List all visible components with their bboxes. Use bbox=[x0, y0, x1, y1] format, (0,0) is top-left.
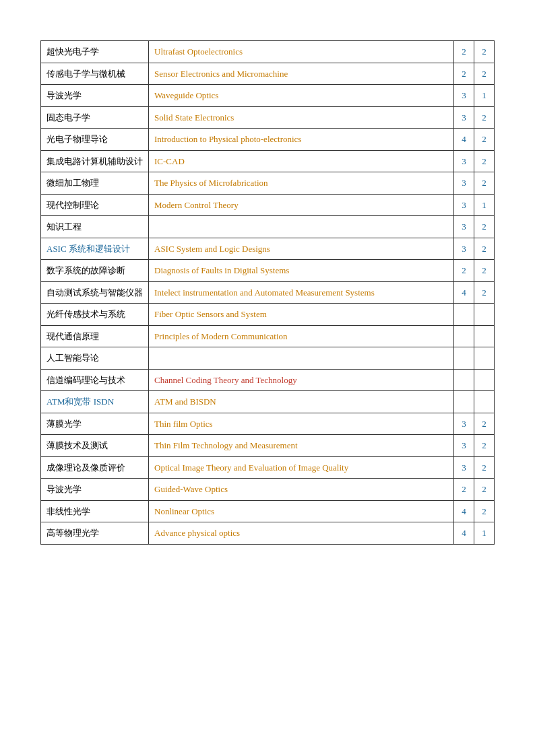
course-cn-name: 微细加工物理 bbox=[41, 172, 149, 195]
course-cn-name: 光纤传感技术与系统 bbox=[41, 304, 149, 326]
course-en-name: Advance physical optics bbox=[149, 522, 454, 545]
course-credit: 3 bbox=[454, 413, 474, 435]
course-period: 2 bbox=[474, 238, 495, 260]
course-en-name: Ultrafast Optoelectronics bbox=[149, 41, 454, 63]
course-en-name: Guided-Wave Optics bbox=[149, 479, 454, 501]
course-en-name: ATM and BISDN bbox=[149, 391, 454, 413]
course-period: 1 bbox=[474, 522, 495, 545]
course-period: 2 bbox=[474, 456, 495, 479]
course-period bbox=[474, 304, 495, 326]
table-row: 知识工程32 bbox=[41, 216, 495, 238]
course-en-name: The Physics of Microfabrication bbox=[149, 172, 454, 195]
course-en-name: Waveguide Optics bbox=[149, 85, 454, 107]
table-row: 导波光学Waveguide Optics31 bbox=[41, 85, 495, 107]
table-row: 薄膜技术及测试Thin Film Technology and Measurem… bbox=[41, 435, 495, 457]
course-cn-name: ATM和宽带 ISDN bbox=[41, 391, 149, 413]
course-en-name: ASIC System and Logic Designs bbox=[149, 238, 454, 260]
course-cn-name: 薄膜光学 bbox=[41, 413, 149, 435]
course-cn-name: 知识工程 bbox=[41, 216, 149, 238]
course-en-name: Sensor Electronics and Micromachine bbox=[149, 63, 454, 85]
course-credit: 3 bbox=[454, 456, 474, 479]
course-cn-name: ASIC 系统和逻辑设计 bbox=[41, 238, 149, 260]
course-cn-name: 集成电路计算机辅助设计 bbox=[41, 150, 149, 172]
course-cn-name: 固态电子学 bbox=[41, 106, 149, 129]
course-cn-name: 薄膜技术及测试 bbox=[41, 435, 149, 457]
table-row: 数字系统的故障诊断Diagnosis of Faults in Digital … bbox=[41, 260, 495, 282]
table-row: 光纤传感技术与系统Fiber Optic Sensors and System bbox=[41, 304, 495, 326]
course-en-name: Thin Film Technology and Measurement bbox=[149, 435, 454, 457]
course-credit: 3 bbox=[454, 172, 474, 195]
table-row: ATM和宽带 ISDNATM and BISDN bbox=[41, 391, 495, 413]
course-en-name: Channel Coding Theory and Technology bbox=[149, 369, 454, 391]
course-en-name bbox=[149, 216, 454, 238]
course-period bbox=[474, 347, 495, 370]
course-period bbox=[474, 325, 495, 347]
course-credit bbox=[454, 325, 474, 347]
course-credit: 2 bbox=[454, 479, 474, 501]
table-row: 高等物理光学Advance physical optics41 bbox=[41, 522, 495, 545]
course-cn-name: 光电子物理导论 bbox=[41, 129, 149, 151]
course-period: 2 bbox=[474, 435, 495, 457]
course-credit: 2 bbox=[454, 260, 474, 282]
table-row: 固态电子学Solid State Electronics32 bbox=[41, 106, 495, 129]
course-credit: 4 bbox=[454, 129, 474, 151]
course-credit: 2 bbox=[454, 41, 474, 63]
course-credit bbox=[454, 391, 474, 413]
course-period: 2 bbox=[474, 150, 495, 172]
table-row: 成像理论及像质评价Optical Image Theory and Evalua… bbox=[41, 456, 495, 479]
table-row: 现代通信原理Principles of Modern Communication bbox=[41, 325, 495, 347]
course-table: 超快光电子学Ultrafast Optoelectronics22传感电子学与微… bbox=[40, 40, 495, 545]
course-en-name bbox=[149, 347, 454, 370]
course-credit bbox=[454, 304, 474, 326]
course-cn-name: 高等物理光学 bbox=[41, 522, 149, 545]
table-row: 薄膜光学Thin film Optics32 bbox=[41, 413, 495, 435]
course-cn-name: 导波光学 bbox=[41, 479, 149, 501]
course-period: 2 bbox=[474, 172, 495, 195]
table-row: 传感电子学与微机械Sensor Electronics and Micromac… bbox=[41, 63, 495, 85]
course-cn-name: 超快光电子学 bbox=[41, 41, 149, 63]
course-period bbox=[474, 369, 495, 391]
course-period: 2 bbox=[474, 106, 495, 129]
course-cn-name: 成像理论及像质评价 bbox=[41, 456, 149, 479]
course-en-name: Solid State Electronics bbox=[149, 106, 454, 129]
course-credit: 3 bbox=[454, 435, 474, 457]
course-period bbox=[474, 391, 495, 413]
course-cn-name: 人工智能导论 bbox=[41, 347, 149, 370]
course-cn-name: 数字系统的故障诊断 bbox=[41, 260, 149, 282]
course-en-name: Optical Image Theory and Evaluation of I… bbox=[149, 456, 454, 479]
course-credit: 3 bbox=[454, 194, 474, 216]
table-row: 信道编码理论与技术Channel Coding Theory and Techn… bbox=[41, 369, 495, 391]
course-cn-name: 传感电子学与微机械 bbox=[41, 63, 149, 85]
course-cn-name: 自动测试系统与智能仪器 bbox=[41, 281, 149, 304]
course-credit bbox=[454, 347, 474, 370]
course-cn-name: 非线性光学 bbox=[41, 500, 149, 522]
course-period: 2 bbox=[474, 413, 495, 435]
table-row: 超快光电子学Ultrafast Optoelectronics22 bbox=[41, 41, 495, 63]
table-row: 光电子物理导论Introduction to Physical photo-el… bbox=[41, 129, 495, 151]
course-credit: 3 bbox=[454, 216, 474, 238]
course-credit: 4 bbox=[454, 522, 474, 545]
table-row: 微细加工物理The Physics of Microfabrication32 bbox=[41, 172, 495, 195]
course-period: 2 bbox=[474, 216, 495, 238]
table-row: 人工智能导论 bbox=[41, 347, 495, 370]
course-credit: 3 bbox=[454, 150, 474, 172]
course-cn-name: 现代控制理论 bbox=[41, 194, 149, 216]
course-credit: 4 bbox=[454, 500, 474, 522]
course-cn-name: 现代通信原理 bbox=[41, 325, 149, 347]
course-credit: 3 bbox=[454, 106, 474, 129]
course-cn-name: 导波光学 bbox=[41, 85, 149, 107]
course-en-name: Intelect instrumentation and Automated M… bbox=[149, 281, 454, 304]
course-credit: 2 bbox=[454, 63, 474, 85]
course-credit: 4 bbox=[454, 281, 474, 304]
table-row: 自动测试系统与智能仪器Intelect instrumentation and … bbox=[41, 281, 495, 304]
course-credit: 3 bbox=[454, 238, 474, 260]
course-period: 2 bbox=[474, 500, 495, 522]
table-row: 导波光学Guided-Wave Optics22 bbox=[41, 479, 495, 501]
course-cn-name: 信道编码理论与技术 bbox=[41, 369, 149, 391]
course-en-name: Nonlinear Optics bbox=[149, 500, 454, 522]
table-row: 现代控制理论Modern Control Theory31 bbox=[41, 194, 495, 216]
course-credit: 3 bbox=[454, 85, 474, 107]
course-en-name: IC-CAD bbox=[149, 150, 454, 172]
course-period: 2 bbox=[474, 260, 495, 282]
course-en-name: Diagnosis of Faults in Digital Systems bbox=[149, 260, 454, 282]
